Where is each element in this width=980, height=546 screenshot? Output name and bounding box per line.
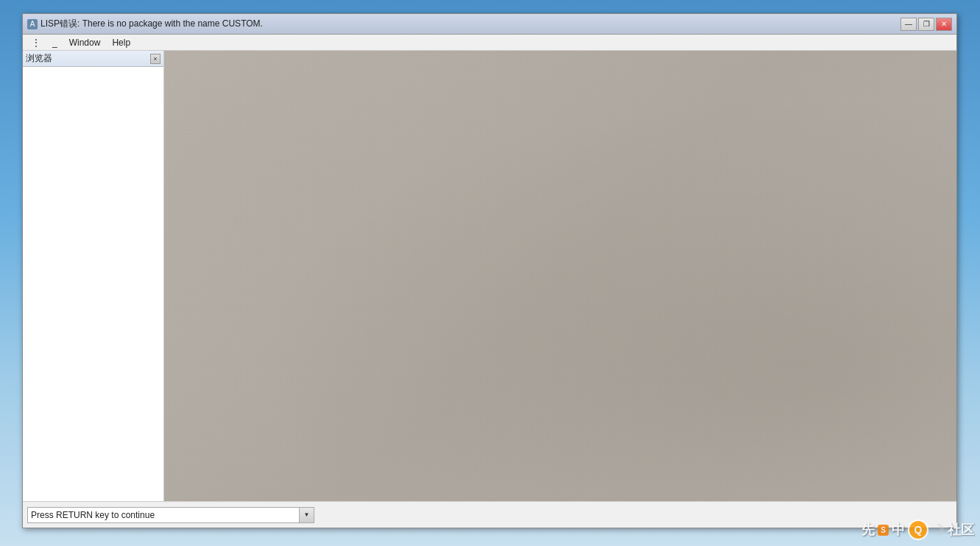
window-title: LISP错误: There is no package with the nam… <box>40 18 900 30</box>
left-panel-header: 浏览器 × <box>23 51 163 67</box>
left-panel-close-button[interactable]: × <box>150 54 161 64</box>
watermark-circle-label: Q <box>914 524 923 536</box>
app-icon: A <box>27 19 38 29</box>
bottom-bar: ▼ <box>23 501 956 528</box>
menu-underscore[interactable]: _ <box>46 36 63 49</box>
watermark-text1: 先 <box>861 521 875 539</box>
menu-window[interactable]: Window <box>63 36 107 49</box>
app-window: A LISP错误: There is no package with the n… <box>22 13 957 528</box>
left-panel-body <box>23 67 163 501</box>
window-controls: — ❐ ✕ <box>900 18 952 31</box>
watermark-circle: Q <box>908 520 928 540</box>
left-panel-title: 浏览器 <box>26 52 52 65</box>
menu-bar: ⋮ _ Window Help <box>23 35 956 51</box>
restore-button[interactable]: ❐ <box>918 18 934 31</box>
menu-help[interactable]: Help <box>106 36 136 49</box>
watermark-community: 社区 <box>948 521 974 539</box>
minimize-button[interactable]: — <box>900 18 917 31</box>
title-bar: A LISP错误: There is no package with the n… <box>23 14 956 35</box>
close-button[interactable]: ✕ <box>936 18 952 31</box>
command-input-wrapper: ▼ <box>27 507 314 523</box>
watermark: 先 S 中 Q ☽ 社区 <box>861 520 974 540</box>
watermark-badge-s: S <box>878 525 889 536</box>
left-panel: 浏览器 × <box>23 51 164 501</box>
watermark-moon: ☽ <box>931 521 945 539</box>
main-canvas <box>164 51 956 501</box>
content-area: 浏览器 × <box>23 51 956 501</box>
menu-separator-icon: ⋮ <box>26 36 46 49</box>
watermark-text2: 中 <box>892 521 905 539</box>
command-dropdown-button[interactable]: ▼ <box>300 507 314 523</box>
command-input[interactable] <box>27 507 300 523</box>
canvas-texture <box>164 51 956 501</box>
